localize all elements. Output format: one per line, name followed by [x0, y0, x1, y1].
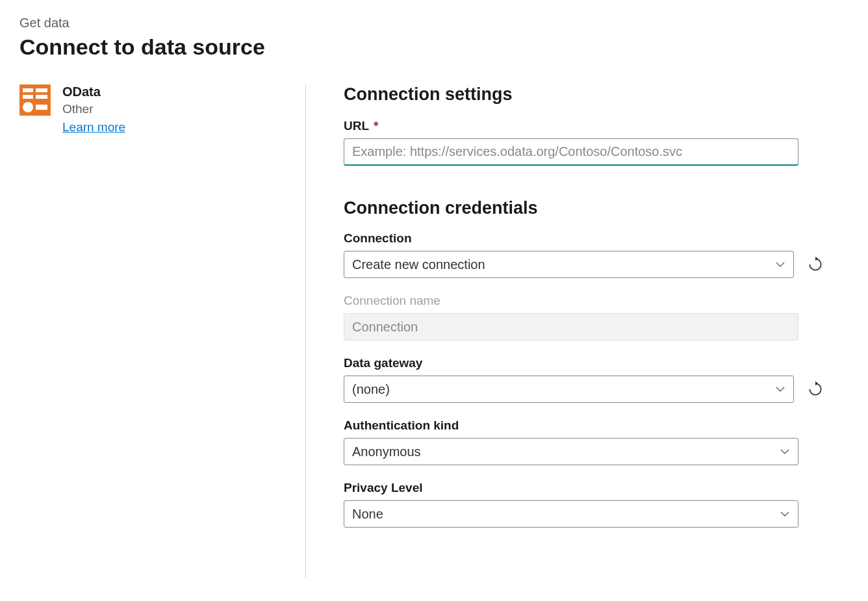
content-area: OData Other Learn more Connection settin… [19, 84, 849, 578]
svg-rect-2 [36, 88, 47, 92]
auth-kind-select[interactable]: Anonymous [344, 438, 798, 465]
url-field-group: URL * [344, 119, 825, 166]
url-input[interactable] [344, 138, 798, 166]
svg-rect-1 [23, 88, 33, 92]
connection-credentials-heading: Connection credentials [344, 198, 825, 218]
chevron-down-icon [780, 509, 790, 519]
data-gateway-field-group: Data gateway (none) [344, 356, 825, 403]
connection-name-label: Connection name [344, 294, 825, 308]
breadcrumb: Get data [19, 16, 849, 31]
data-gateway-select[interactable]: (none) [344, 376, 794, 403]
connector-meta: OData Other Learn more [62, 84, 125, 134]
connector-panel: OData Other Learn more [19, 84, 305, 578]
privacy-level-select[interactable]: None [344, 500, 798, 528]
chevron-down-icon [775, 384, 785, 394]
connection-label: Connection [344, 231, 825, 246]
connection-refresh-button[interactable] [806, 255, 825, 274]
privacy-level-field-group: Privacy Level None [344, 481, 825, 528]
learn-more-link[interactable]: Learn more [62, 120, 125, 134]
connection-select[interactable]: Create new connection [344, 251, 794, 278]
connection-select-value: Create new connection [352, 257, 485, 272]
auth-kind-label: Authentication kind [344, 418, 825, 433]
privacy-level-select-value: None [352, 507, 383, 522]
connection-name-input [344, 313, 798, 340]
svg-rect-3 [23, 95, 33, 99]
connector-category: Other [62, 102, 125, 116]
odata-connector-icon [19, 84, 51, 116]
auth-kind-select-value: Anonymous [352, 444, 421, 459]
svg-rect-4 [36, 95, 47, 99]
settings-panel: Connection settings URL * Connection cre… [305, 84, 838, 578]
data-gateway-refresh-button[interactable] [806, 379, 825, 399]
connection-name-field-group: Connection name [344, 294, 825, 340]
data-gateway-select-value: (none) [352, 382, 390, 397]
required-asterisk: * [374, 119, 378, 133]
svg-point-5 [23, 102, 33, 112]
connection-settings-heading: Connection settings [344, 84, 825, 105]
refresh-icon [807, 256, 824, 273]
refresh-icon [807, 381, 824, 398]
connection-field-group: Connection Create new connection [344, 231, 825, 278]
auth-kind-field-group: Authentication kind Anonymous [344, 418, 825, 465]
chevron-down-icon [775, 259, 785, 270]
url-label: URL * [344, 119, 825, 133]
url-label-text: URL [344, 119, 369, 133]
privacy-level-label: Privacy Level [344, 481, 825, 495]
chevron-down-icon [780, 446, 790, 457]
connector-name: OData [62, 84, 125, 99]
page-title: Connect to data source [19, 34, 849, 60]
svg-rect-6 [36, 105, 47, 110]
data-gateway-label: Data gateway [344, 356, 825, 370]
connector-item: OData Other Learn more [19, 84, 286, 134]
